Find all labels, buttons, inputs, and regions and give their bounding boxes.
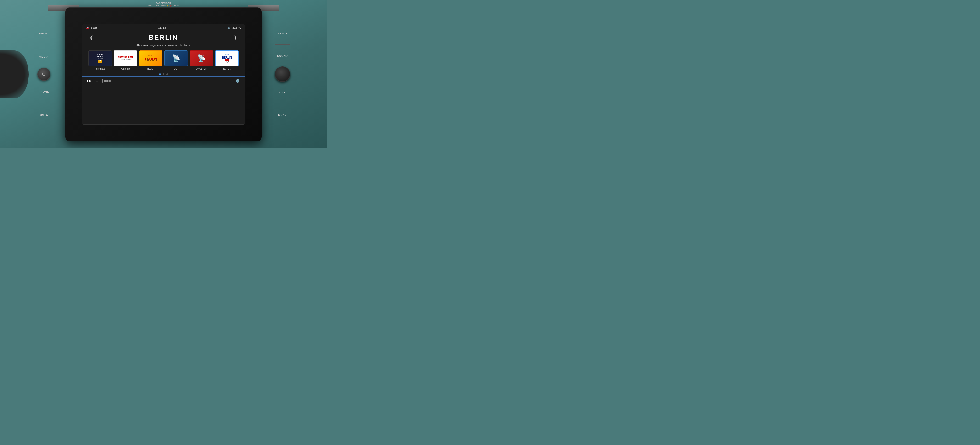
station-funkhaus[interactable]: FUNK HAUS EUROPA 7 Funkhaus <box>88 51 112 70</box>
bottom-toolbar: FM ≡ ▦▦▦ ⚙️ <box>82 76 245 85</box>
divider-3 <box>275 44 290 45</box>
steering-wheel-area <box>0 51 29 98</box>
divider-4 <box>275 104 290 104</box>
teddy-logo: RADIO TEDDY <box>139 51 162 66</box>
airbag-label: PASSENGER AIR BAG OFF ⚡🚫 ON ⊘ <box>148 2 178 7</box>
left-controls-panel: RADIO MEDIA ⏻ PHONE MUTE <box>37 27 51 122</box>
status-left: 🚗 Sport <box>86 26 97 29</box>
pagination-dots <box>82 72 245 76</box>
phone-button[interactable]: PHONE <box>37 89 51 95</box>
station-dkultur[interactable]: 📡 DKULTUR <box>189 51 213 70</box>
prev-station-button[interactable]: ❮ <box>87 34 96 41</box>
pagination-dot-3[interactable] <box>166 73 168 75</box>
pagination-dot-2[interactable] <box>163 73 164 75</box>
station-dlf[interactable]: 📡 DLF <box>164 51 188 70</box>
dlf-label: DLF <box>174 67 178 70</box>
infotainment-unit: RADIO MEDIA ⏻ PHONE MUTE SETUP SOUND CAR… <box>65 7 262 141</box>
teddy-label: TEDDY <box>147 67 155 70</box>
stations-row: FUNK HAUS EUROPA 7 Funkhaus antenn <box>82 49 245 72</box>
main-content: ❮ BERLIN ❯ Alles zum Programm unter www.… <box>82 31 245 124</box>
band-selector-fm[interactable]: FM <box>87 79 92 83</box>
next-station-button[interactable]: ❯ <box>231 34 240 41</box>
dkultur-label: DKULTUR <box>196 67 207 70</box>
menu-button[interactable]: MENU <box>276 112 289 118</box>
temperature-display: 20.5 °C <box>232 26 241 29</box>
dlf-logo: 📡 <box>164 51 188 66</box>
list-view-button[interactable]: ≡ <box>96 79 98 83</box>
station-berlin[interactable]: radio BERLIN rbb 88,8 BERLIN <box>215 51 239 70</box>
media-button[interactable]: MEDIA <box>37 53 51 60</box>
station-teddy[interactable]: RADIO TEDDY TEDDY <box>139 51 163 70</box>
infotainment-screen: 🚗 Sport 13:15 🔈 20.5 °C ❮ BERLIN ❯ <box>82 24 245 125</box>
settings-button[interactable]: ⚙️ <box>235 79 240 83</box>
scan-button[interactable]: ▦▦▦ <box>102 79 112 83</box>
berlin-logo: radio BERLIN rbb 88,8 <box>215 51 239 66</box>
clock: 13:15 <box>158 26 167 30</box>
station-antenne[interactable]: antenne rbb BRANDENBURG Antennb <box>113 51 137 70</box>
dkultur-logo: 📡 <box>190 51 213 66</box>
setup-button[interactable]: SETUP <box>276 30 290 37</box>
drive-mode-label: Sport <box>91 26 97 29</box>
berlin-label: BERLIN <box>223 67 231 70</box>
funkhaus-label: Funkhaus <box>95 67 105 70</box>
radio-button[interactable]: RADIO <box>37 30 51 37</box>
current-station-name: BERLIN <box>149 34 178 41</box>
antenne-logo: antenne rbb BRANDENBURG <box>114 51 137 66</box>
status-bar: 🚗 Sport 13:15 🔈 20.5 °C <box>82 24 245 31</box>
volume-icon: 🔈 <box>228 26 231 29</box>
toolbar-left-group: FM ≡ ▦▦▦ <box>87 79 112 83</box>
divider-1 <box>37 45 51 45</box>
car-button[interactable]: CAR <box>277 89 288 96</box>
funkhaus-logo: FUNK HAUS EUROPA 7 <box>88 51 112 66</box>
station-subtitle: Alles zum Programm unter www.radioberlin… <box>82 44 245 49</box>
right-controls-panel: SETUP SOUND CAR MENU <box>275 27 290 122</box>
volume-knob[interactable] <box>275 67 290 82</box>
dashboard: PASSENGER AIR BAG OFF ⚡🚫 ON ⊘ RADIO MEDI… <box>0 0 327 149</box>
pagination-dot-1[interactable] <box>159 73 161 75</box>
navigation-row: ❮ BERLIN ❯ <box>82 31 245 44</box>
car-status-icon: 🚗 <box>86 26 89 29</box>
antenne-label: Antennb <box>121 67 130 70</box>
mute-button[interactable]: MUTE <box>38 111 50 118</box>
power-button[interactable]: ⏻ <box>37 68 51 81</box>
sound-button[interactable]: SOUND <box>275 52 290 59</box>
